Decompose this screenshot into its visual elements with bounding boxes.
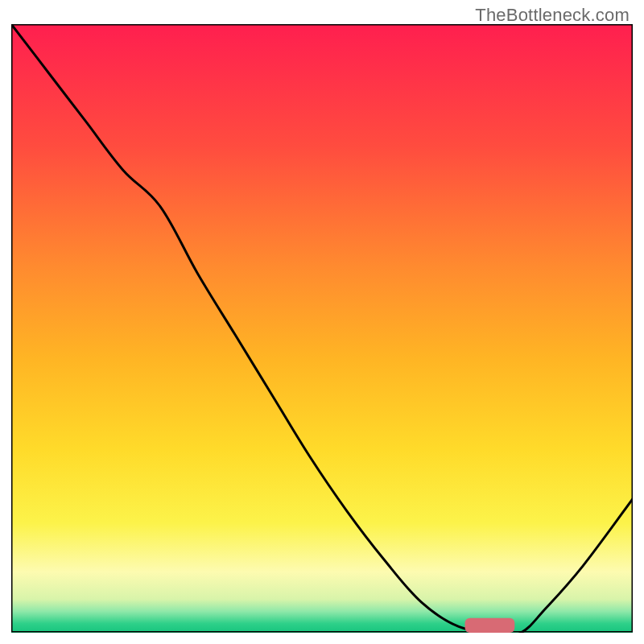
bottleneck-chart	[11, 24, 633, 633]
watermark-text: TheBottleneck.com	[475, 5, 630, 26]
chart-svg	[11, 24, 633, 633]
background-gradient	[11, 24, 633, 633]
optimum-marker	[465, 618, 515, 633]
